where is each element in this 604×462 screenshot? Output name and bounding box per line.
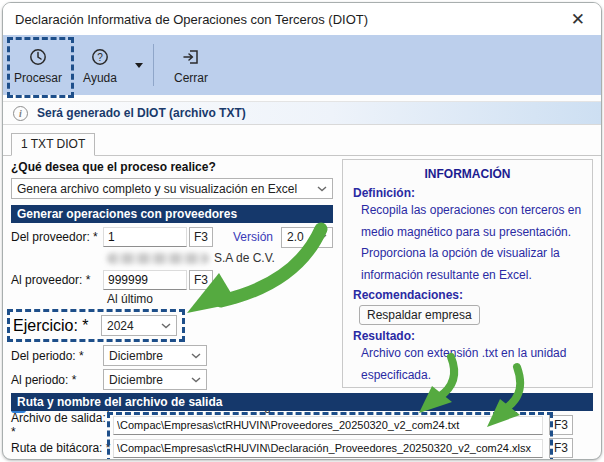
resultado-label: Resultado: xyxy=(353,329,582,343)
al-proveedor-input[interactable] xyxy=(103,270,187,290)
definicion-text: Recopila las operaciones con terceros en… xyxy=(361,200,582,286)
process-question-label: ¿Qué desea que el proceso realice? xyxy=(11,160,333,174)
version-select[interactable]: 2.0 xyxy=(281,227,333,248)
del-periodo-select[interactable]: Diciembre xyxy=(103,345,207,366)
ruta-bitacora-f3-button[interactable]: F3 xyxy=(549,438,573,458)
ejercicio-value: 2024 xyxy=(107,319,161,333)
al-ultimo-hint: Al último xyxy=(107,291,333,306)
chevron-down-icon xyxy=(135,63,143,68)
ruta-bitacora-label: Ruta de bitácora: * xyxy=(11,441,113,455)
version-group: Versión 2.0 xyxy=(233,227,333,248)
ayuda-dropdown-button[interactable] xyxy=(131,38,147,92)
cerrar-label: Cerrar xyxy=(174,71,208,85)
archivo-salida-label: Archivo de salida: * xyxy=(11,411,113,439)
del-periodo-row: Del periodo: * Diciembre xyxy=(11,345,333,366)
help-icon: ? xyxy=(89,46,111,68)
cerrar-button[interactable]: Cerrar xyxy=(160,38,222,92)
al-periodo-label: Al periodo: * xyxy=(11,373,103,387)
form-column: ¿Qué desea que el proceso realice? Gener… xyxy=(11,159,333,388)
al-periodo-select[interactable]: Diciembre xyxy=(103,369,207,390)
definicion-label: Definición: xyxy=(353,186,582,200)
del-periodo-label: Del periodo: * xyxy=(11,349,103,363)
providers-section-header: Generar operaciones con proveedores xyxy=(11,205,333,223)
toolbar-separator xyxy=(153,44,154,86)
ayuda-button[interactable]: ? Ayuda xyxy=(69,38,131,92)
ruta-bitacora-row: Ruta de bitácora: * F3 xyxy=(11,438,593,458)
company-suffix: S.A de C.V. xyxy=(214,251,275,265)
al-proveedor-f3-button[interactable]: F3 xyxy=(189,270,213,290)
recomendaciones-label: Recomendaciones: xyxy=(353,288,582,302)
tab-txt-diot[interactable]: 1 TXT DIOT xyxy=(11,133,95,156)
procesar-button[interactable]: Procesar xyxy=(7,38,69,92)
al-periodo-value: Diciembre xyxy=(109,373,191,387)
ayuda-label: Ayuda xyxy=(83,71,117,85)
toolbar: Procesar ? Ayuda Cerrar xyxy=(3,35,601,95)
del-proveedor-label: Del proveedor: * xyxy=(11,230,103,244)
archivo-salida-row: Archivo de salida: * F3 xyxy=(11,415,593,435)
del-periodo-value: Diciembre xyxy=(109,349,191,363)
del-proveedor-input[interactable] xyxy=(103,227,187,247)
svg-text:?: ? xyxy=(97,52,103,63)
information-panel: INFORMACIÓN Definición: Recopila las ope… xyxy=(342,159,593,388)
clock-icon xyxy=(27,46,49,68)
window-title: Declaración Informativa de Operaciones c… xyxy=(15,12,567,27)
ejercicio-label: Ejercicio: * xyxy=(13,317,101,335)
information-title: INFORMACIÓN xyxy=(353,167,582,181)
del-proveedor-row: Del proveedor: * F3 Versión 2.0 xyxy=(11,226,333,248)
title-bar: Declaración Informativa de Operaciones c… xyxy=(3,3,601,35)
al-periodo-row: Al periodo: * Diciembre xyxy=(11,369,333,390)
resultado-text: Archivo con extensión .txt en la unidad … xyxy=(361,343,582,386)
ejercicio-select[interactable]: 2024 xyxy=(101,315,177,336)
required-note: * Obligatorio xyxy=(11,458,593,460)
info-message-bar: i Será generado el DIOT (archivo TXT) xyxy=(3,101,601,125)
chevron-down-icon xyxy=(317,186,327,192)
close-icon[interactable]: ✕ xyxy=(567,9,589,30)
process-option-select[interactable]: Genera archivo completo y su visualizaci… xyxy=(11,178,333,199)
info-message: Será generado el DIOT (archivo TXT) xyxy=(37,106,246,120)
chevron-down-icon xyxy=(161,323,171,329)
archivo-salida-f3-button[interactable]: F3 xyxy=(549,415,573,435)
process-option-value: Genera archivo completo y su visualizaci… xyxy=(17,182,317,196)
chevron-down-icon xyxy=(191,377,201,383)
archivo-salida-input[interactable] xyxy=(113,416,543,435)
version-label: Versión xyxy=(233,230,273,244)
chevron-down-icon xyxy=(191,353,201,359)
output-section-header: Ruta y nombre del archivo de salida xyxy=(11,393,593,411)
respaldar-empresa-button[interactable]: Respaldar empresa xyxy=(359,305,480,325)
tab-content: ¿Qué desea que el proceso realice? Gener… xyxy=(3,156,601,388)
al-proveedor-row: Al proveedor: * F3 xyxy=(11,269,333,291)
company-name-row: S.A de C.V. xyxy=(107,250,333,266)
output-section: Ruta y nombre del archivo de salida Arch… xyxy=(3,393,601,460)
diot-dialog: Declaración Informativa de Operaciones c… xyxy=(2,2,602,460)
ruta-bitacora-input[interactable] xyxy=(113,439,543,458)
info-icon: i xyxy=(13,106,28,121)
al-proveedor-label: Al proveedor: * xyxy=(11,273,103,287)
screenshot-stage: Declaración Informativa de Operaciones c… xyxy=(0,0,604,462)
del-proveedor-f3-button[interactable]: F3 xyxy=(189,227,213,247)
version-value: 2.0 xyxy=(287,230,317,244)
procesar-label: Procesar xyxy=(14,71,62,85)
ejercicio-highlight-box: Ejercicio: * 2024 xyxy=(7,309,185,342)
tab-strip: 1 TXT DIOT xyxy=(3,125,601,155)
chevron-down-icon xyxy=(317,234,327,240)
company-name-redacted xyxy=(107,253,209,264)
exit-icon xyxy=(180,46,202,68)
